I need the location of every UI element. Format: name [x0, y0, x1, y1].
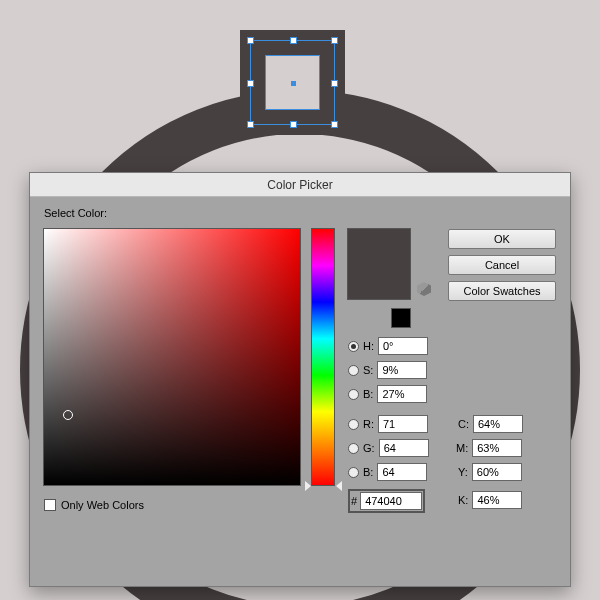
select-color-label: Select Color:: [44, 207, 107, 219]
cube-icon[interactable]: [417, 282, 431, 296]
cancel-button[interactable]: Cancel: [448, 255, 556, 275]
selection-center: [291, 81, 296, 86]
b-hsb-radio[interactable]: [348, 389, 359, 400]
k-field[interactable]: 46%: [472, 491, 522, 509]
b-hsb-label: B:: [363, 388, 373, 400]
out-of-gamut-swatch[interactable]: [392, 309, 410, 327]
m-field[interactable]: 63%: [472, 439, 522, 457]
b-rgb-label: B:: [363, 466, 373, 478]
y-label: Y:: [458, 466, 468, 478]
hex-field-wrap: # 474040: [348, 489, 425, 513]
selection-bounding-box[interactable]: [250, 40, 335, 125]
resize-handle[interactable]: [331, 80, 338, 87]
resize-handle[interactable]: [290, 121, 297, 128]
b-hsb-field[interactable]: 27%: [377, 385, 427, 403]
k-label: K:: [458, 494, 468, 506]
g-label: G:: [363, 442, 375, 454]
hex-field[interactable]: 474040: [360, 492, 422, 510]
s-radio[interactable]: [348, 365, 359, 376]
resize-handle[interactable]: [247, 80, 254, 87]
hex-label: #: [351, 495, 357, 507]
y-field[interactable]: 60%: [472, 463, 522, 481]
m-label: M:: [456, 442, 468, 454]
color-picker-dialog: Color Picker Select Color: OK Cancel Col…: [29, 172, 571, 587]
g-field[interactable]: 64: [379, 439, 429, 457]
resize-handle[interactable]: [331, 121, 338, 128]
sv-selection-ring[interactable]: [63, 410, 73, 420]
h-label: H:: [363, 340, 374, 352]
g-radio[interactable]: [348, 443, 359, 454]
b-rgb-field[interactable]: 64: [377, 463, 427, 481]
c-label: C:: [458, 418, 469, 430]
web-colors-label: Only Web Colors: [61, 499, 144, 511]
s-label: S:: [363, 364, 373, 376]
resize-handle[interactable]: [247, 37, 254, 44]
s-field[interactable]: 9%: [377, 361, 427, 379]
color-preview: [348, 229, 410, 299]
saturation-value-field[interactable]: [44, 229, 300, 485]
h-field[interactable]: 0°: [378, 337, 428, 355]
r-field[interactable]: 71: [378, 415, 428, 433]
resize-handle[interactable]: [247, 121, 254, 128]
resize-handle[interactable]: [290, 37, 297, 44]
hue-slider-thumb[interactable]: [336, 481, 342, 491]
r-radio[interactable]: [348, 419, 359, 430]
hue-slider[interactable]: [312, 229, 334, 485]
dialog-title[interactable]: Color Picker: [30, 173, 570, 197]
hue-slider-thumb[interactable]: [305, 481, 311, 491]
c-field[interactable]: 64%: [473, 415, 523, 433]
color-swatches-button[interactable]: Color Swatches: [448, 281, 556, 301]
resize-handle[interactable]: [331, 37, 338, 44]
h-radio[interactable]: [348, 341, 359, 352]
ok-button[interactable]: OK: [448, 229, 556, 249]
b-rgb-radio[interactable]: [348, 467, 359, 478]
web-colors-checkbox[interactable]: [44, 499, 56, 511]
r-label: R:: [363, 418, 374, 430]
